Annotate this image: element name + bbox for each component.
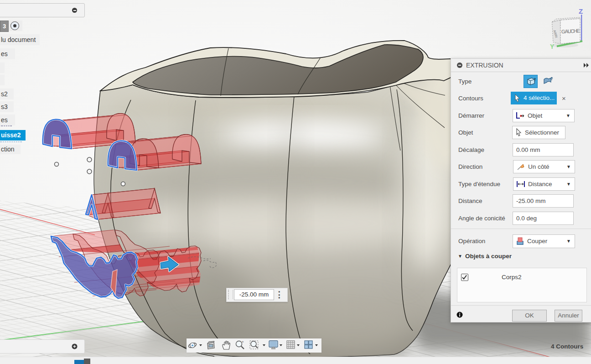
svg-text:+: + <box>192 343 194 348</box>
svg-text:GAUCHE: GAUCHE <box>561 28 580 34</box>
svg-text:+: + <box>242 340 244 344</box>
svg-text:Y: Y <box>550 43 555 50</box>
svg-text:Z: Z <box>579 7 583 15</box>
